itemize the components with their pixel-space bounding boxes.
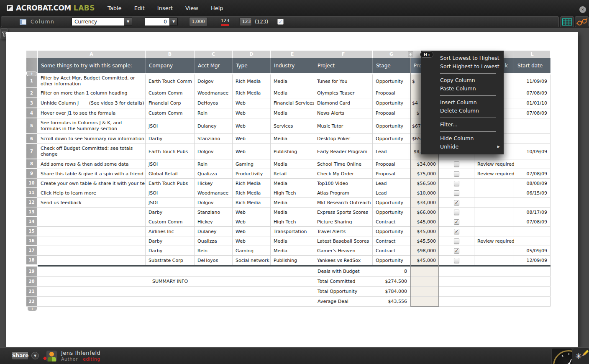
cell-G1[interactable]: Opportunity — [373, 74, 410, 88]
summary-cell-CDE19[interactable] — [195, 267, 314, 276]
cell-L18[interactable]: 12/09/09 — [514, 256, 551, 265]
column-letter-L[interactable]: L — [514, 51, 551, 58]
menu-table[interactable]: Table — [108, 5, 122, 11]
cell-C18[interactable]: DeHoyos — [195, 256, 233, 265]
column-header-B[interactable]: Company — [146, 58, 195, 73]
checkbox-format-button[interactable]: ✓ — [277, 19, 284, 25]
menu-insert[interactable]: Insert — [157, 5, 173, 11]
cell-A8[interactable]: Add some rows & then add some data — [38, 159, 146, 169]
cell-B14[interactable]: Custom Comm — [146, 217, 195, 226]
cell-H9[interactable]: $75,000 — [410, 169, 439, 178]
cell-I8[interactable] — [439, 159, 474, 169]
cell-F10[interactable]: Top100 Video — [314, 179, 373, 188]
cell-D11[interactable]: Rich Media — [233, 188, 271, 197]
row-number[interactable]: 22 — [26, 297, 38, 306]
thousands-separator-button[interactable]: 1,000 — [189, 17, 207, 26]
cell-B12[interactable]: JSOI — [146, 198, 195, 207]
cell-F1[interactable]: Tunes for You — [314, 74, 373, 88]
cell-F13[interactable]: Express Sports Scores — [314, 208, 373, 217]
cell-E9[interactable]: Retail — [271, 169, 314, 178]
cell-I12[interactable]: ✓ — [439, 198, 474, 207]
cell-G15[interactable]: Opportunity — [373, 227, 410, 236]
checkbox-unchecked[interactable] — [454, 238, 459, 244]
checkbox-unchecked[interactable] — [454, 210, 459, 215]
header-row-number[interactable] — [26, 58, 38, 73]
menu-item-delete-column[interactable]: Delete Column — [421, 107, 504, 115]
summary-cell-H19[interactable] — [410, 267, 439, 276]
cell-F9[interactable]: Check My Order — [314, 169, 373, 178]
cell-A6[interactable]: Scroll down to see Summary row informati… — [38, 134, 146, 144]
checkbox-unchecked[interactable] — [454, 190, 459, 196]
cell-H14[interactable]: $45,000 — [410, 217, 439, 226]
cell-H10[interactable]: $56,500 — [410, 179, 439, 188]
cell-L12[interactable] — [514, 198, 551, 207]
cell-G6[interactable]: Opportunity — [373, 134, 410, 144]
cell-E16[interactable]: Media — [271, 236, 314, 246]
summary-value-19[interactable]: 8 — [373, 267, 410, 276]
cell-F6[interactable]: Desktop Poker — [314, 134, 373, 144]
row-number[interactable]: 13 — [26, 208, 38, 217]
column-header-A[interactable]: Some things to try with this sample: — [38, 58, 146, 73]
cell-F4[interactable]: News Alerts — [314, 108, 373, 118]
row-number[interactable]: 12 — [26, 198, 38, 207]
summary-cell-A21[interactable] — [38, 287, 146, 296]
summary-cell-CDE20[interactable] — [195, 277, 314, 286]
cell-C9[interactable]: Qualizza — [195, 169, 233, 178]
column-header-C[interactable]: Acct Mgr — [195, 58, 233, 73]
cell-L13[interactable]: 08/17/09 — [514, 208, 551, 217]
summary-cell-A19[interactable] — [38, 267, 146, 276]
summary-cell-B19[interactable] — [146, 267, 195, 276]
cell-C8[interactable]: Rein — [195, 159, 233, 169]
cell-F14[interactable]: Picture Sharing — [314, 217, 373, 226]
summary-cell-L21[interactable] — [514, 287, 551, 296]
cell-B6[interactable]: Darby — [146, 134, 195, 144]
cell-L5[interactable] — [514, 118, 551, 133]
cell-E18[interactable]: Publishing — [271, 256, 314, 265]
cell-L7[interactable]: 10/09/09 — [514, 144, 551, 159]
negative-red-format-button[interactable]: 123 — [220, 18, 230, 26]
cell-C15[interactable]: Dulaney — [195, 227, 233, 236]
cell-C11[interactable]: Woodmansee — [195, 188, 233, 197]
cell-A15[interactable] — [38, 227, 146, 236]
checkbox-checked[interactable]: ✓ — [454, 200, 459, 205]
cell-G11[interactable]: Lead — [373, 188, 410, 197]
cell-A5[interactable]: See formulas in Columns J & K, and formu… — [38, 118, 146, 133]
summary-label-21[interactable]: Total Opportunity — [314, 287, 373, 296]
cell-E15[interactable]: Transportation — [271, 227, 314, 236]
cell-L10[interactable]: 08/08/09 — [514, 179, 551, 188]
reading-view-button[interactable] — [575, 16, 589, 27]
cell-K8[interactable]: Review required — [474, 159, 514, 169]
cell-C10[interactable]: Hickey — [195, 179, 233, 188]
add-row-marker-bottom[interactable]: + — [27, 307, 37, 311]
summary-cell-IK22[interactable] — [439, 297, 514, 306]
menu-view[interactable]: View — [185, 5, 198, 11]
cell-C4[interactable]: Rein — [195, 108, 233, 118]
cell-G5[interactable]: Opportunity — [373, 118, 410, 133]
cell-L14[interactable]: 07/08/09 — [514, 217, 551, 226]
row-number[interactable]: 11 — [26, 188, 38, 197]
cell-D10[interactable]: Rich Media — [233, 179, 271, 188]
cell-A16[interactable] — [38, 236, 146, 246]
cell-I10[interactable] — [439, 179, 474, 188]
cell-C5[interactable]: Dulaney — [195, 118, 233, 133]
checkbox-unchecked[interactable] — [454, 181, 459, 186]
cell-D1[interactable]: Rich Media — [233, 74, 271, 88]
cell-D7[interactable]: Web — [233, 144, 271, 159]
row-number[interactable]: 9 — [26, 169, 38, 178]
checkbox-unchecked[interactable] — [454, 258, 459, 263]
cell-G16[interactable]: Contract — [373, 236, 410, 246]
cell-K18[interactable] — [474, 256, 514, 265]
cell-I9[interactable] — [439, 169, 474, 178]
row-number[interactable]: 18 — [26, 256, 38, 265]
row-number[interactable]: 14 — [26, 217, 38, 226]
checkbox-unchecked[interactable] — [454, 171, 459, 177]
row-number[interactable]: 21 — [26, 287, 38, 296]
cell-A14[interactable] — [38, 217, 146, 226]
cell-D12[interactable]: Rich Media — [233, 198, 271, 207]
cell-B1[interactable]: Earth Touch Comm — [146, 74, 195, 88]
cell-B13[interactable]: Darby — [146, 208, 195, 217]
summary-cell-B21[interactable] — [146, 287, 195, 296]
summary-cell-H20[interactable] — [410, 277, 439, 286]
summary-cell-L19[interactable] — [514, 267, 551, 276]
cell-F8[interactable]: School Time Online — [314, 159, 373, 169]
